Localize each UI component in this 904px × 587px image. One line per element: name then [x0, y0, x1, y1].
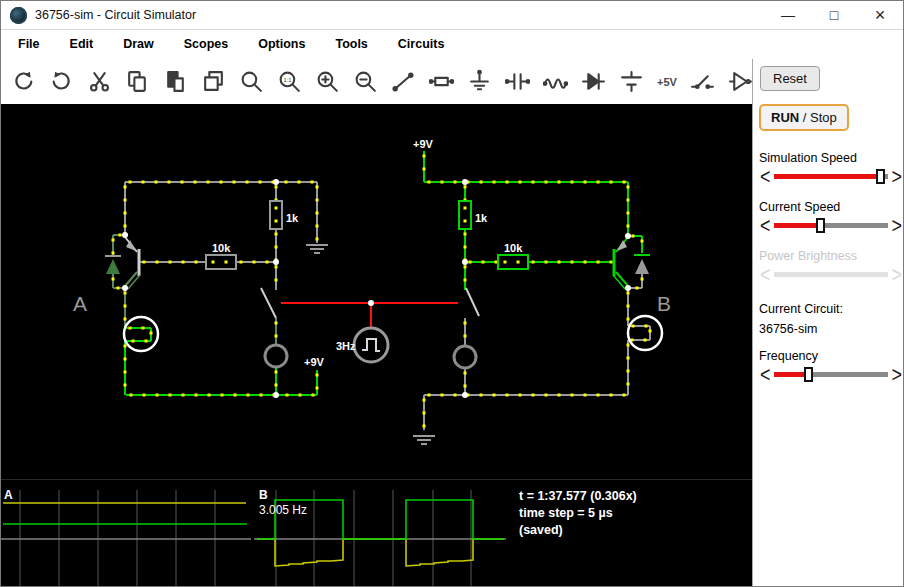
- current-dot: [532, 261, 535, 264]
- current-dot: [124, 225, 127, 228]
- slider-handle[interactable]: [804, 367, 813, 382]
- slider-left-arrow[interactable]: <: [759, 167, 772, 185]
- cut-icon[interactable]: [87, 68, 112, 96]
- current-dot: [627, 186, 630, 189]
- current-dot: [124, 371, 127, 374]
- current-dot: [182, 261, 185, 264]
- switch-right[interactable]: [466, 288, 479, 316]
- current-dot: [316, 387, 319, 390]
- menu-item-options[interactable]: Options: [243, 30, 320, 59]
- menu-item-file[interactable]: File: [3, 30, 55, 59]
- slider-right-arrow[interactable]: >: [890, 167, 903, 185]
- current-dot: [597, 394, 600, 397]
- node: [273, 179, 279, 185]
- lamp-b[interactable]: [628, 316, 662, 350]
- zoom-out-icon[interactable]: [353, 68, 378, 96]
- zoom-in-icon[interactable]: [315, 68, 340, 96]
- close-button[interactable]: ×: [857, 1, 903, 29]
- frequency-slider[interactable]: < >: [759, 365, 903, 383]
- resistor-10k-right[interactable]: [498, 255, 528, 269]
- slider-right-arrow: >: [890, 265, 903, 283]
- slider-track[interactable]: [774, 372, 889, 377]
- current-dot: [129, 181, 132, 184]
- slider-left-arrow[interactable]: <: [759, 365, 772, 383]
- undo-icon[interactable]: [11, 68, 36, 96]
- switch-icon[interactable]: [690, 68, 715, 96]
- maximize-button[interactable]: □: [811, 1, 857, 29]
- diode-icon[interactable]: [581, 68, 606, 96]
- paste-icon[interactable]: [163, 68, 188, 96]
- current-dot: [145, 340, 148, 343]
- slider-left-arrow[interactable]: <: [759, 216, 772, 234]
- current-dot: [169, 261, 172, 264]
- slider-handle[interactable]: [876, 169, 885, 184]
- copy-icon[interactable]: [125, 68, 150, 96]
- wire-icon[interactable]: [391, 68, 416, 96]
- run-label: RUN: [771, 110, 799, 125]
- current-speed-slider[interactable]: < >: [759, 216, 903, 234]
- switch-left[interactable]: [261, 288, 276, 318]
- slider-track[interactable]: [774, 223, 889, 228]
- duplicate-icon[interactable]: [201, 68, 226, 96]
- current-dot: [275, 207, 278, 210]
- components[interactable]: [105, 201, 662, 444]
- current-dot: [275, 322, 278, 325]
- app-window: 36756-sim - Circuit Simulator — □ × File…: [0, 0, 904, 587]
- current-dot: [266, 261, 269, 264]
- menu-item-scopes[interactable]: Scopes: [169, 30, 243, 59]
- title-bar[interactable]: 36756-sim - Circuit Simulator — □ ×: [1, 1, 903, 30]
- square-wave-source[interactable]: [354, 328, 388, 362]
- node: [462, 259, 468, 265]
- resistor-1k-left[interactable]: [270, 201, 282, 229]
- ground-icon[interactable]: [467, 68, 492, 96]
- menu-item-edit[interactable]: Edit: [55, 30, 109, 59]
- resistor-1k-right[interactable]: [459, 201, 471, 229]
- menu-item-circuits[interactable]: Circuits: [383, 30, 460, 59]
- slider-right-arrow[interactable]: >: [890, 365, 903, 383]
- current-dot: [142, 181, 145, 184]
- ground-left[interactable]: [306, 245, 328, 253]
- minimize-button[interactable]: —: [765, 1, 811, 29]
- scope-area[interactable]: A B 3.005 Hz t = 1:37.577 (0.306x) time …: [1, 479, 752, 587]
- ground-right[interactable]: [413, 436, 435, 444]
- current-dot: [464, 279, 467, 282]
- lamp-a[interactable]: [124, 317, 158, 351]
- resistor-10k-left[interactable]: [206, 255, 236, 269]
- slider-handle[interactable]: [816, 218, 825, 233]
- current-dot: [641, 240, 644, 243]
- resistor-icon[interactable]: [429, 68, 454, 96]
- current-dot: [112, 239, 115, 242]
- capacitor-icon[interactable]: [505, 68, 530, 96]
- slider-right-arrow[interactable]: >: [890, 216, 903, 234]
- current-dot: [480, 394, 483, 397]
- current-dot: [208, 394, 211, 397]
- voltage-source-icon[interactable]: [619, 68, 644, 96]
- inductor-icon[interactable]: [543, 68, 568, 96]
- redo-icon[interactable]: [49, 68, 74, 96]
- simulation-speed-slider[interactable]: < >: [759, 167, 903, 185]
- plus5v-icon[interactable]: +5V: [657, 68, 677, 96]
- menu-item-draw[interactable]: Draw: [108, 30, 169, 59]
- current-dot: [464, 385, 467, 388]
- relay-coil-right[interactable]: [454, 346, 476, 368]
- relay-coil-left[interactable]: [265, 345, 287, 367]
- reset-button[interactable]: Reset: [760, 66, 820, 91]
- zoom-reset-icon[interactable]: 1:1: [277, 68, 302, 96]
- inverter-icon[interactable]: [728, 68, 753, 96]
- diode-right[interactable]: [635, 259, 649, 274]
- run-stop-button[interactable]: RUN / Stop: [759, 104, 849, 131]
- current-dot: [181, 181, 184, 184]
- search-icon[interactable]: [239, 68, 264, 96]
- menu-item-tools[interactable]: Tools: [320, 30, 382, 59]
- circuit-canvas[interactable]: AB1k10k1k10k+9V+9V3Hz: [1, 104, 752, 479]
- slider-track[interactable]: [774, 174, 889, 179]
- current-dot: [558, 181, 561, 184]
- circuit-drawing[interactable]: AB1k10k1k10k+9V+9V3Hz: [1, 104, 752, 479]
- current-dot: [124, 212, 127, 215]
- current-dot: [212, 261, 215, 264]
- square-wave-glyph[interactable]: [362, 339, 380, 351]
- wires[interactable]: [113, 151, 650, 430]
- scope-b-plot[interactable]: [254, 480, 506, 587]
- scope-a-plot[interactable]: [1, 480, 251, 587]
- diode-left[interactable]: [106, 259, 120, 274]
